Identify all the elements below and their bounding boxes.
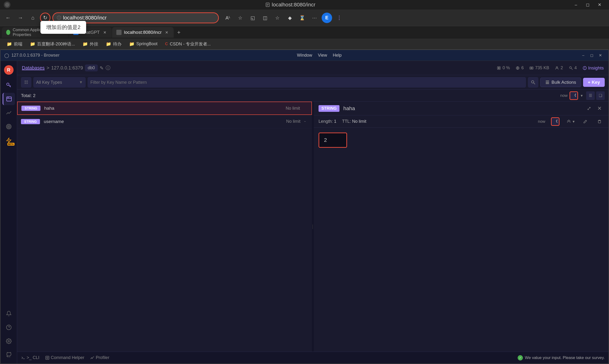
profile-button[interactable]: E xyxy=(322,13,332,23)
back-button[interactable]: ← xyxy=(3,13,13,23)
key-ttl-2: No limit xyxy=(286,119,300,124)
edit-icon[interactable]: ✎ xyxy=(100,65,104,71)
keys-search-input[interactable] xyxy=(91,80,523,85)
bookmark-springboot[interactable]: 📁 SpringBoot xyxy=(126,40,161,48)
value-refresh-icon xyxy=(553,119,557,124)
edit-value-button[interactable] xyxy=(581,117,589,126)
sidebar-item-analytics[interactable] xyxy=(3,107,15,119)
grid-view-button[interactable]: ❏ xyxy=(596,91,605,100)
favorites-button[interactable]: ☆ xyxy=(235,13,246,23)
search-button[interactable] xyxy=(528,77,538,88)
keys-search-bar[interactable] xyxy=(88,77,526,88)
new-tab-button[interactable]: + xyxy=(174,28,184,37)
bookmark-icon-csdn: C xyxy=(165,42,168,46)
stat-memory: 735 KB xyxy=(529,65,549,70)
clients-icon xyxy=(555,66,559,70)
sidebar-item-github[interactable] xyxy=(3,349,15,361)
value-expand-button[interactable] xyxy=(585,104,593,113)
translate-button[interactable]: Aᴸ xyxy=(223,13,233,23)
panel-divider[interactable]: │ xyxy=(312,102,314,352)
window-title: localhost:8080/incr xyxy=(265,2,315,8)
tab-favicon-3 xyxy=(116,30,122,35)
bookmark-daiban[interactable]: 📁 待办 xyxy=(103,40,125,48)
insights-button[interactable]: Insights xyxy=(583,65,604,71)
value-close-button[interactable]: ✕ xyxy=(595,104,604,113)
title-bar: localhost:8080/incr – ◻ ✕ xyxy=(0,0,609,10)
key-type-icon: ☷ xyxy=(24,80,28,85)
split-view-button[interactable]: ◫ xyxy=(260,13,270,23)
key-row-haha[interactable]: STRING haha No limit xyxy=(17,102,312,115)
cli-button[interactable]: >_ CLI xyxy=(21,355,39,360)
total-count: Total: 2 xyxy=(21,93,560,98)
key-type-badge-1: STRING xyxy=(21,106,40,111)
key-type-filter[interactable]: ☷ xyxy=(21,77,31,88)
redis-db-badge: db0 xyxy=(85,65,98,71)
sidebar-item-settings[interactable] xyxy=(3,335,15,347)
bulk-actions-icon xyxy=(545,80,550,84)
forward-button[interactable]: → xyxy=(15,13,26,23)
view-toggle: ☰ ❏ xyxy=(586,91,605,100)
tab2-close[interactable]: ✕ xyxy=(102,30,107,35)
title-bar-left xyxy=(4,1,11,8)
minimize-button[interactable]: – xyxy=(570,0,581,10)
key-types-dropdown[interactable]: All Key Types ▼ xyxy=(33,77,86,88)
stat-clients: 2 xyxy=(555,65,563,70)
key-row-username[interactable]: STRING username No limit - xyxy=(17,115,312,128)
bookmark-waigua[interactable]: 📁 外挂 xyxy=(79,40,102,48)
profiler-button[interactable]: Profiler xyxy=(90,355,109,360)
info-icon-redis[interactable]: ⓘ xyxy=(106,65,110,71)
apps-button[interactable]: ⌛ xyxy=(297,13,307,23)
add-key-button[interactable]: + Key xyxy=(583,78,605,87)
svg-point-5 xyxy=(7,83,9,85)
home-button[interactable]: ⌂ xyxy=(28,13,38,23)
menu-window[interactable]: Window xyxy=(297,53,312,58)
menu-help[interactable]: Help xyxy=(333,53,342,58)
value-display: 2 xyxy=(324,137,327,143)
bookmark-csdn[interactable]: C CSDN - 专业开发者... xyxy=(162,40,214,48)
bookmark-baidu-translate[interactable]: 📁 百度翻译-200种语... xyxy=(27,40,78,48)
expand-icon xyxy=(587,106,591,111)
bookmark-qianduan[interactable]: 📁 前端 xyxy=(3,40,26,48)
dropdown-btn[interactable]: ▼ xyxy=(580,93,583,98)
add-favorites-button[interactable]: ☆ xyxy=(272,13,283,23)
sidebar-toggle[interactable]: ⋮ xyxy=(334,13,344,23)
svg-rect-8 xyxy=(7,97,12,101)
redis-maximize[interactable]: ◻ xyxy=(588,51,596,60)
browser-shield-button[interactable]: ◆ xyxy=(285,13,295,23)
extensions-button[interactable]: ◱ xyxy=(247,13,258,23)
tab3-label: localhost:8080/incr xyxy=(124,30,162,35)
bookmark-label: 外挂 xyxy=(90,41,98,47)
databases-link[interactable]: Databases xyxy=(22,65,45,71)
tab-localhost[interactable]: localhost:8080/incr ✕ xyxy=(112,27,173,38)
svg-line-31 xyxy=(534,83,535,84)
redis-minimize[interactable]: – xyxy=(579,51,588,60)
value-refresh-button[interactable] xyxy=(551,117,559,126)
cpu-icon xyxy=(497,66,501,70)
bulk-actions-button[interactable]: Bulk Actions xyxy=(540,78,581,87)
value-version-dropdown[interactable]: ▼ xyxy=(567,119,575,124)
sidebar-item-ai[interactable] xyxy=(3,134,15,146)
sidebar-item-help[interactable] xyxy=(3,321,15,334)
more-button[interactable]: ⋯ xyxy=(309,13,320,23)
delete-value-button[interactable] xyxy=(595,117,604,126)
redis-body: R xyxy=(0,61,609,364)
keys-refresh-button[interactable] xyxy=(570,91,578,100)
refresh-info: now xyxy=(560,93,568,98)
command-helper-button[interactable]: Command Helper xyxy=(45,355,84,360)
sidebar-item-browser[interactable] xyxy=(3,93,15,105)
bookmark-folder-icon-2: 📁 xyxy=(83,41,88,47)
maximize-button[interactable]: ◻ xyxy=(582,0,593,10)
svg-rect-23 xyxy=(531,67,532,68)
redis-header: Databases > 127.0.0.1:6379 db0 ✎ ⓘ 0 % xyxy=(17,61,609,75)
menu-view[interactable]: View xyxy=(318,53,327,58)
sidebar-item-notifications[interactable] xyxy=(3,307,15,320)
sidebar-item-keys[interactable] xyxy=(3,79,15,91)
redis-close[interactable]: ✕ xyxy=(596,51,605,60)
bookmark-label: 百度翻译-200种语... xyxy=(37,41,75,47)
sidebar-item-pubsub[interactable] xyxy=(3,120,15,133)
bookmark-folder-icon-3: 📁 xyxy=(106,41,111,47)
close-button[interactable]: ✕ xyxy=(594,0,605,10)
list-view-button[interactable]: ☰ xyxy=(586,91,595,100)
redis-bottom-bar: >_ CLI Command Helper Profiler ✓ We valu… xyxy=(17,352,609,364)
tab3-close[interactable]: ✕ xyxy=(164,30,169,35)
